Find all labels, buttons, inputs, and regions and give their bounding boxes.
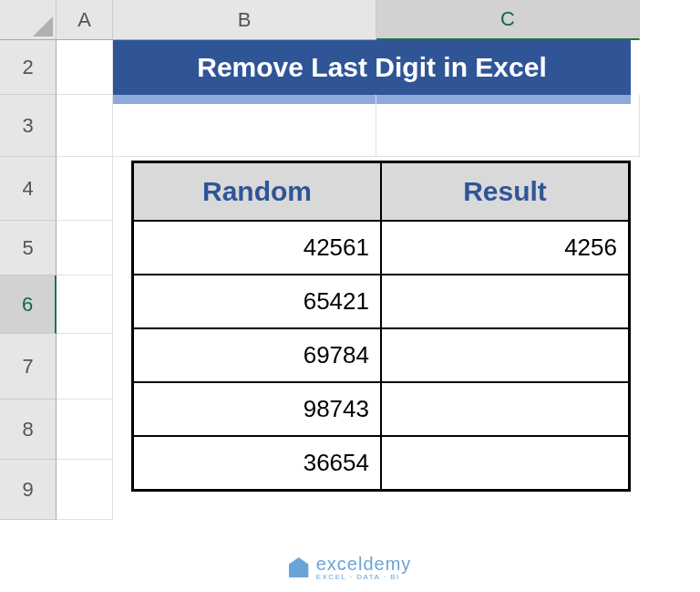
row-header-6[interactable]: 6 [0, 275, 57, 334]
cell-A3[interactable] [57, 95, 113, 157]
cell-A9[interactable] [57, 460, 113, 520]
col-header-B[interactable]: B [113, 0, 376, 40]
cell-B5[interactable]: 42561 [133, 221, 381, 275]
title-text: Remove Last Digit in Excel [113, 40, 631, 95]
row-header-7[interactable]: 7 [0, 334, 57, 400]
row-header-5[interactable]: 5 [0, 221, 57, 275]
cell-C6[interactable] [381, 275, 629, 328]
cell-B6[interactable]: 65421 [133, 275, 381, 328]
cell-B8[interactable]: 98743 [133, 382, 381, 436]
row-header-9[interactable]: 9 [0, 460, 57, 520]
row-header-4[interactable]: 4 [0, 157, 57, 221]
cell-C3[interactable] [376, 95, 640, 157]
cell-B7[interactable]: 69784 [133, 328, 381, 382]
cell-A2[interactable] [57, 40, 113, 95]
row-header-3[interactable]: 3 [0, 95, 57, 157]
cell-C9[interactable] [381, 436, 629, 490]
watermark: exceldemy EXCEL · DATA · BI [289, 554, 412, 581]
select-all-corner[interactable] [0, 0, 57, 40]
cell-B9[interactable]: 36654 [133, 436, 381, 490]
cell-C8[interactable] [381, 382, 629, 436]
spreadsheet-grid: A B C 2 Remove Last Digit in Excel 3 4 R… [0, 0, 700, 520]
col-header-A[interactable]: A [57, 0, 113, 40]
cell-A6[interactable] [57, 275, 113, 334]
cell-C5[interactable]: 4256 [381, 221, 629, 275]
cell-A4[interactable] [57, 157, 113, 221]
title-banner: Remove Last Digit in Excel [113, 40, 640, 95]
watermark-brand: exceldemy [316, 554, 412, 574]
col-header-C[interactable]: C [376, 0, 640, 40]
cell-A5[interactable] [57, 221, 113, 275]
table-header-random[interactable]: Random [133, 162, 381, 221]
cell-B3[interactable] [113, 95, 376, 157]
row-header-8[interactable]: 8 [0, 400, 57, 460]
data-table: Random Result 42561 4256 65421 69784 987… [113, 157, 640, 520]
cube-icon [289, 557, 309, 577]
table-header-result[interactable]: Result [381, 162, 629, 221]
row-header-2[interactable]: 2 [0, 40, 57, 95]
cell-C7[interactable] [381, 328, 629, 382]
watermark-tagline: EXCEL · DATA · BI [316, 573, 412, 581]
cell-A8[interactable] [57, 400, 113, 460]
cell-A7[interactable] [57, 334, 113, 400]
